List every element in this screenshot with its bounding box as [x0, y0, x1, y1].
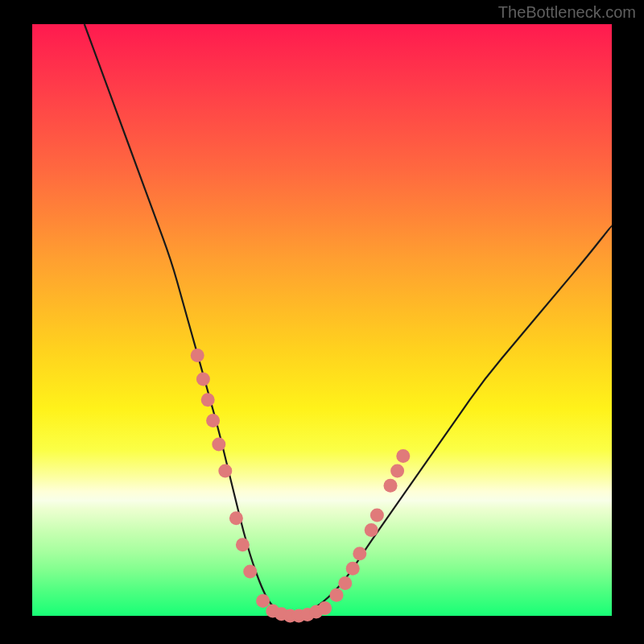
data-point	[365, 523, 378, 537]
data-point	[243, 564, 257, 578]
chart-frame: TheBottleneck.com	[0, 0, 644, 644]
data-point	[191, 349, 204, 362]
data-point	[396, 449, 410, 463]
plot-area	[32, 24, 612, 616]
data-point	[330, 588, 344, 602]
data-point	[206, 414, 220, 427]
data-point	[256, 594, 270, 608]
data-point	[370, 509, 384, 522]
curve-svg	[32, 24, 612, 616]
data-points	[191, 349, 411, 622]
data-point	[229, 511, 243, 525]
data-point	[353, 547, 366, 560]
data-point	[218, 464, 232, 477]
data-point	[318, 601, 332, 615]
data-point	[201, 393, 215, 407]
data-point	[384, 479, 398, 493]
data-point	[212, 437, 225, 451]
data-point	[196, 373, 210, 386]
data-point	[346, 562, 360, 576]
bottleneck-curve	[85, 24, 612, 615]
data-point	[390, 464, 404, 477]
data-point	[236, 538, 250, 551]
watermark-text: TheBottleneck.com	[498, 3, 636, 22]
data-point	[338, 576, 352, 590]
